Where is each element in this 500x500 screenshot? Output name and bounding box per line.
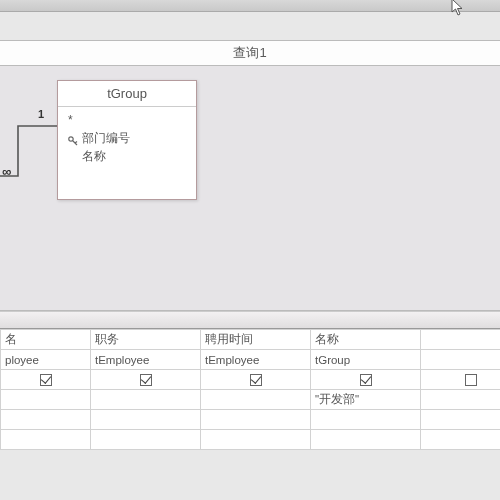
grid-row-criteria: "开发部" [1, 390, 501, 410]
grid-cell-show[interactable] [1, 370, 91, 390]
grid-cell[interactable] [91, 410, 201, 430]
relation-many-label: ∞ [2, 164, 11, 179]
grid-cell[interactable]: 名称 [311, 330, 421, 350]
checkbox-icon[interactable] [140, 374, 152, 386]
checkbox-icon[interactable] [465, 374, 477, 386]
grid-cell[interactable]: ployee [1, 350, 91, 370]
pane-splitter[interactable] [0, 311, 500, 329]
grid-cell[interactable]: tEmployee [201, 350, 311, 370]
checkbox-icon[interactable] [360, 374, 372, 386]
grid-cell[interactable] [311, 410, 421, 430]
table-field[interactable]: * [68, 111, 186, 129]
grid-cell-show[interactable] [421, 370, 501, 390]
grid-cell[interactable] [311, 430, 421, 450]
grid-row-field: 名 职务 聘用时间 名称 [1, 330, 501, 350]
grid-cell[interactable] [421, 390, 501, 410]
table-field[interactable]: 部门编号 [68, 129, 186, 147]
checkbox-icon[interactable] [40, 374, 52, 386]
grid-cell[interactable] [1, 390, 91, 410]
grid-cell[interactable] [1, 430, 91, 450]
query-design-grid[interactable]: 名 职务 聘用时间 名称 ployee tEmployee tEmployee … [0, 329, 500, 450]
table-field-list: * 部门编号 名称 [58, 107, 196, 169]
grid-cell[interactable] [421, 350, 501, 370]
grid-cell[interactable] [201, 390, 311, 410]
grid-cell[interactable]: 职务 [91, 330, 201, 350]
relation-one-label: 1 [38, 108, 44, 120]
grid-cell-show[interactable] [91, 370, 201, 390]
grid-cell[interactable] [201, 430, 311, 450]
grid-cell[interactable]: "开发部" [311, 390, 421, 410]
grid-row-show [1, 370, 501, 390]
grid-cell[interactable]: 名 [1, 330, 91, 350]
grid-cell[interactable]: 聘用时间 [201, 330, 311, 350]
grid-row-or [1, 410, 501, 430]
primary-key-icon [68, 133, 78, 143]
grid-cell[interactable] [201, 410, 311, 430]
query-tab[interactable]: 查询1 [0, 40, 500, 66]
grid-cell[interactable]: tEmployee [91, 350, 201, 370]
grid-cell[interactable]: tGroup [311, 350, 421, 370]
grid-cell[interactable] [421, 330, 501, 350]
grid-row-table: ployee tEmployee tEmployee tGroup [1, 350, 501, 370]
grid-cell-show[interactable] [201, 370, 311, 390]
grid-cell[interactable] [421, 410, 501, 430]
grid-row-or [1, 430, 501, 450]
grid-cell[interactable] [91, 390, 201, 410]
relationship-line: 1 ∞ [0, 106, 57, 186]
grid-cell-show[interactable] [311, 370, 421, 390]
window-titlebar [0, 0, 500, 12]
grid-cell[interactable] [421, 430, 501, 450]
grid-cell[interactable] [1, 410, 91, 430]
checkbox-icon[interactable] [250, 374, 262, 386]
table-field[interactable]: 名称 [68, 147, 186, 165]
grid-cell[interactable] [91, 430, 201, 450]
table-box-tgroup[interactable]: tGroup * 部门编号 名称 [57, 80, 197, 200]
table-box-title: tGroup [58, 81, 196, 107]
query-tab-label: 查询1 [233, 44, 266, 62]
relationship-diagram-pane[interactable]: 1 ∞ tGroup * 部门编号 名称 [0, 66, 500, 311]
